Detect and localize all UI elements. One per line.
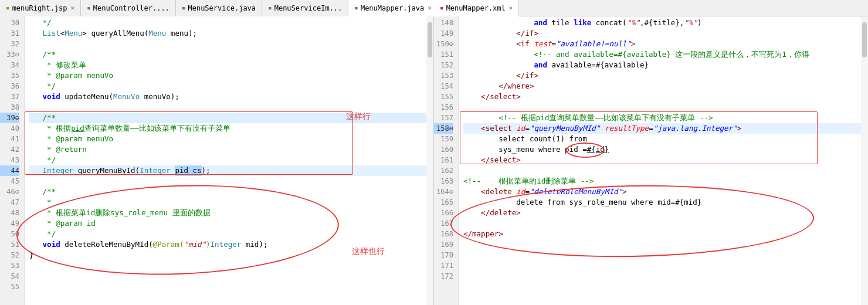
rln-162: 162	[434, 165, 453, 176]
js-icon: ▪	[6, 4, 10, 12]
code-line-46: /**	[29, 187, 426, 197]
rcode-153: </if>	[463, 70, 861, 81]
rcode-158: <select id="queryMenuByMId" resultType="…	[463, 123, 861, 134]
rln-157: 157	[434, 113, 453, 123]
ln-37: 37	[0, 92, 19, 102]
tab-label: MenuMapper.xml	[446, 4, 506, 12]
rcode-172	[463, 271, 861, 282]
rln-164: 164⊖	[434, 187, 453, 197]
rln-168: 168	[434, 229, 453, 239]
left-code-content[interactable]: */ List<Menu> queryAllMenu(Menu menu); /…	[25, 16, 426, 305]
rcode-152: and available=#{available}	[463, 60, 861, 70]
tab-label: menuRight.jsp	[12, 4, 67, 12]
rcode-156	[463, 102, 861, 113]
java-icon: ▪	[182, 4, 186, 12]
right-tab-bar: ▪ MenuMapper.xml ✕	[434, 0, 868, 16]
left-tab-bar: ▪ menuRight.jsp ✕ ▪ MenuController.... ▪…	[0, 0, 433, 16]
java-icon: ▪	[354, 4, 358, 12]
rcode-167	[463, 218, 861, 229]
ln-55: 55	[0, 282, 19, 292]
java-icon: ▪	[268, 4, 272, 12]
rcode-171	[463, 260, 861, 271]
ln-50: 50	[0, 229, 19, 239]
rln-148: 148	[434, 18, 453, 28]
rcode-170	[463, 250, 861, 260]
rln-156: 156	[434, 102, 453, 113]
code-line-30: */	[29, 18, 426, 28]
right-scrollbar[interactable]	[861, 16, 868, 305]
rcode-149: </if>	[463, 28, 861, 39]
rcode-164: <delete id="deleteRoleMenuByMId">	[463, 187, 861, 197]
code-line-55	[29, 282, 426, 292]
ln-54: 54	[0, 271, 19, 282]
rcode-159: select count(1) from	[463, 134, 861, 144]
code-line-42: * @return	[29, 144, 426, 155]
code-line-52: }	[29, 250, 426, 260]
tab-menucontroller[interactable]: ▪ MenuController....	[81, 0, 176, 16]
tab-menuservice[interactable]: ▪ MenuService.java	[176, 0, 262, 16]
left-scrollbar-thumb[interactable]	[428, 22, 432, 57]
rln-150: 150⊖	[434, 39, 453, 49]
rcode-165: delete from sys_role_menu where mid=#{mi…	[463, 197, 861, 208]
ln-34: 34	[0, 60, 19, 70]
code-line-31: List<Menu> queryAllMenu(Menu menu);	[29, 28, 426, 39]
close-icon[interactable]: ✕	[71, 4, 75, 12]
code-line-51: void deleteRoleMenuByMId(@Param("mid")In…	[29, 239, 426, 250]
ln-44: 44	[0, 165, 19, 176]
tab-menumapper-xml[interactable]: ▪ MenuMapper.xml ✕	[434, 0, 519, 16]
right-scrollbar-thumb[interactable]	[862, 22, 867, 57]
code-line-36: */	[29, 81, 426, 92]
right-line-numbers: 148 149 150⊖ 151 152 153 154 155 156 157…	[434, 16, 459, 305]
right-pane: ▪ MenuMapper.xml ✕ 148 149 150⊖ 151 152 …	[434, 0, 868, 305]
tab-label: MenuMapper.java	[361, 4, 424, 12]
right-code-area: 148 149 150⊖ 151 152 153 154 155 156 157…	[434, 16, 868, 305]
rcode-168: </mapper>	[463, 229, 861, 239]
java-icon: ▪	[87, 4, 91, 12]
code-line-54	[29, 271, 426, 282]
right-code-content[interactable]: and tile like concat("%",#{title},"%") <…	[459, 16, 861, 305]
rcode-161: </select>	[463, 155, 861, 165]
tab-menuright[interactable]: ▪ menuRight.jsp ✕	[0, 0, 81, 16]
rln-151: 151	[434, 49, 453, 60]
rcode-151: <!-- and available=#{available} 这一段的意义是什…	[463, 49, 861, 60]
rln-165: 165	[434, 197, 453, 208]
rln-166: 166	[434, 208, 453, 218]
rcode-160: sys_menu where pid =#{id}	[463, 144, 861, 155]
code-line-43: */	[29, 155, 426, 165]
rln-154: 154	[434, 81, 453, 92]
code-line-50: */	[29, 229, 426, 239]
ln-30: 30	[0, 18, 19, 28]
ln-49: 49	[0, 218, 19, 229]
rcode-154: </where>	[463, 81, 861, 92]
close-icon[interactable]: ✕	[428, 4, 432, 12]
ln-51: 51	[0, 239, 19, 250]
rln-160: 160	[434, 144, 453, 155]
code-line-49: * @param id	[29, 218, 426, 229]
right-code-scroll[interactable]: 148 149 150⊖ 151 152 153 154 155 156 157…	[434, 16, 861, 305]
rln-161: 161	[434, 155, 453, 165]
tab-menuserviceim[interactable]: ▪ MenuServiceIm...	[262, 0, 348, 16]
ln-36: 36	[0, 81, 19, 92]
ln-43: 43	[0, 155, 19, 165]
rln-167: 167	[434, 218, 453, 229]
code-line-34: * 修改菜单	[29, 60, 426, 70]
code-line-47: *	[29, 197, 426, 208]
rcode-169	[463, 239, 861, 250]
tab-label: MenuServiceIm...	[274, 4, 343, 12]
rln-152: 152	[434, 60, 453, 70]
tab-menumapper-java[interactable]: ▪ MenuMapper.java ✕	[348, 0, 438, 16]
ln-41: 41	[0, 134, 19, 144]
rcode-163: <!-- 根据菜单的id删除菜单 -->	[463, 176, 861, 187]
ln-33: 33⊖	[0, 49, 19, 60]
close-icon[interactable]: ✕	[509, 4, 513, 12]
code-line-38	[29, 102, 426, 113]
code-line-48: * 根据菜单id删除sys_role_menu 里面的数据	[29, 208, 426, 218]
code-line-39: /**	[29, 113, 426, 123]
ln-46: 46⊖	[0, 187, 19, 197]
left-code-scroll[interactable]: 30 31 32 33⊖ 34 35 36 37 38 39⊖ 40 41 42…	[0, 16, 426, 305]
left-code-area: 30 31 32 33⊖ 34 35 36 37 38 39⊖ 40 41 42…	[0, 16, 433, 305]
rcode-166: </delete>	[463, 208, 861, 218]
rcode-173	[463, 282, 861, 292]
ln-42: 42	[0, 144, 19, 155]
left-scrollbar[interactable]	[426, 16, 433, 305]
